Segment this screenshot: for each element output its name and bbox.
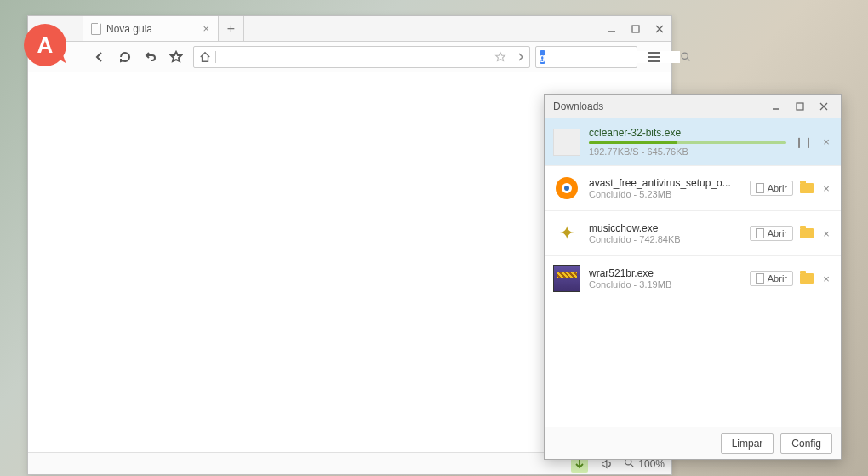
download-sub: Concluído - 742.84KB	[589, 234, 741, 244]
downloads-titlebar[interactable]: Downloads	[545, 95, 841, 118]
address-input[interactable]	[216, 51, 490, 63]
svg-rect-1	[632, 26, 639, 32]
svg-rect-12	[797, 103, 803, 110]
document-icon	[756, 183, 764, 193]
svg-point-17	[564, 186, 569, 191]
download-name: wrar521br.exe	[589, 267, 741, 279]
downloads-maximize-button[interactable]	[788, 94, 812, 119]
page-icon	[91, 23, 101, 35]
menu-button[interactable]	[642, 45, 666, 69]
svg-point-6	[682, 53, 688, 59]
search-bar[interactable]: g	[535, 46, 637, 68]
download-progress	[589, 141, 786, 144]
remove-button[interactable]: ×	[820, 227, 832, 240]
app-logo: A	[24, 24, 66, 66]
downloads-close-button[interactable]	[812, 94, 836, 119]
pause-button[interactable]: ❙❙	[795, 136, 814, 148]
document-icon	[756, 273, 764, 284]
open-folder-button[interactable]	[800, 228, 814, 238]
open-button[interactable]: Abrir	[750, 226, 793, 241]
downloads-list: ccleaner-32-bits.exe 192.77KB/S - 645.76…	[545, 118, 841, 427]
downloads-footer: Limpar Config	[545, 427, 841, 459]
file-icon	[553, 129, 580, 156]
download-item[interactable]: ✦ musicchow.exe Concluído - 742.84KB Abr…	[545, 211, 841, 256]
downloads-minimize-button[interactable]	[764, 94, 788, 119]
downloads-title: Downloads	[553, 100, 603, 112]
download-item[interactable]: ccleaner-32-bits.exe 192.77KB/S - 645.76…	[545, 118, 841, 166]
document-icon	[756, 228, 764, 238]
open-button[interactable]: Abrir	[750, 181, 793, 196]
svg-marker-5	[496, 52, 505, 60]
toolbar: g	[28, 42, 671, 72]
search-icon[interactable]	[680, 51, 691, 62]
undo-button[interactable]	[139, 45, 163, 69]
go-button[interactable]	[511, 53, 529, 61]
reload-button[interactable]	[113, 45, 137, 69]
file-icon: ✦	[553, 220, 580, 247]
download-name: musicchow.exe	[589, 222, 741, 234]
download-item[interactable]: wrar521br.exe Concluído - 3.19MB Abrir ×	[545, 256, 841, 301]
download-sub: Concluído - 5.23MB	[589, 189, 741, 199]
address-bar[interactable]	[193, 46, 530, 68]
tab-title: Nova guia	[106, 23, 152, 35]
download-item[interactable]: avast_free_antivirus_setup_o... Concluíd…	[545, 166, 841, 211]
download-sub: Concluído - 3.19MB	[589, 279, 741, 290]
config-button[interactable]: Config	[780, 433, 832, 454]
favorite-icon[interactable]	[490, 51, 511, 63]
app-logo-letter: A	[37, 32, 54, 59]
open-folder-button[interactable]	[800, 183, 814, 193]
clear-button[interactable]: Limpar	[721, 433, 774, 454]
svg-marker-4	[171, 52, 181, 61]
download-name: avast_free_antivirus_setup_o...	[589, 177, 741, 189]
close-button[interactable]	[648, 16, 671, 42]
remove-button[interactable]: ×	[820, 182, 832, 195]
minimize-button[interactable]	[600, 16, 624, 42]
remove-button[interactable]: ×	[820, 135, 832, 148]
tab-close-icon[interactable]: ×	[203, 22, 209, 35]
file-icon	[553, 175, 580, 202]
tab-active[interactable]: Nova guia ×	[83, 16, 219, 41]
open-folder-button[interactable]	[800, 273, 814, 284]
back-button[interactable]	[88, 45, 111, 69]
tab-strip: Nova guia × +	[28, 16, 671, 42]
downloads-panel: Downloads ccleaner-32-bits.exe 192.77KB/…	[544, 94, 842, 460]
svg-line-7	[688, 59, 689, 60]
remove-button[interactable]: ×	[820, 272, 832, 285]
file-icon	[553, 265, 580, 292]
download-name: ccleaner-32-bits.exe	[589, 127, 786, 139]
home-button[interactable]	[194, 51, 216, 63]
search-provider-icon: g	[540, 50, 545, 64]
svg-line-10	[631, 464, 633, 467]
open-button[interactable]: Abrir	[750, 271, 793, 286]
window-controls	[600, 16, 671, 41]
maximize-button[interactable]	[624, 16, 648, 42]
download-sub: 192.77KB/S - 645.76KB	[589, 146, 786, 157]
bookmark-star-button[interactable]	[164, 45, 188, 69]
new-tab-button[interactable]: +	[219, 16, 244, 41]
